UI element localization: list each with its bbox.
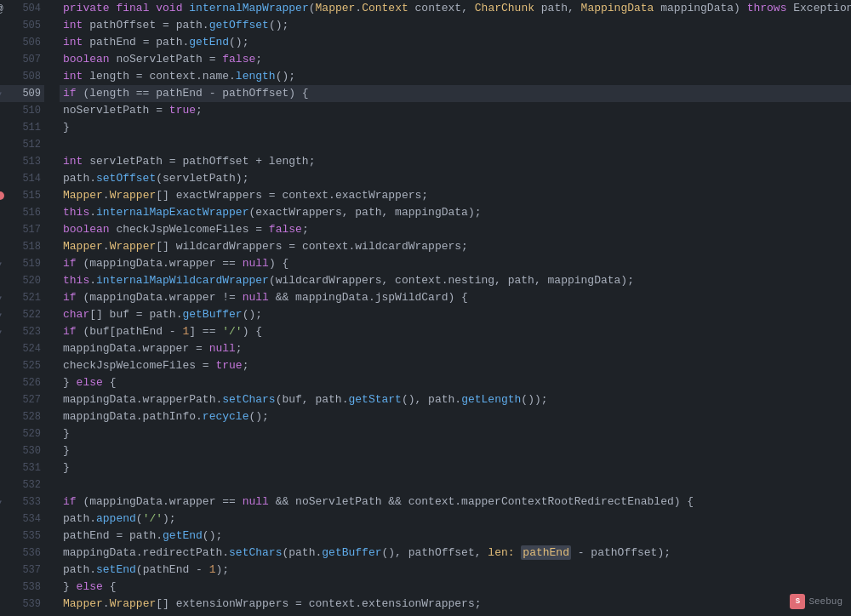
breakpoint-515[interactable]	[0, 187, 7, 204]
code-line-517: boolean checkJspWelcomeFiles = false;	[60, 221, 851, 238]
line-num-535: 535	[9, 528, 41, 545]
fold-519[interactable]: ▾	[0, 255, 7, 272]
fold-522[interactable]: ▾	[0, 306, 7, 323]
gutter-row-506: 506	[0, 34, 44, 51]
code-line-506: int pathEnd = path.getEnd();	[60, 34, 851, 51]
line-num-519: 519	[9, 255, 41, 272]
code-line-536: mappingData.redirectPath.setChars(path.g…	[60, 545, 851, 562]
gutter-row-533: ▾ 533	[0, 493, 44, 510]
line-num-539: 539	[9, 596, 41, 613]
icon-518	[0, 238, 7, 255]
icon-532	[0, 476, 7, 493]
icon-516	[0, 204, 7, 221]
line-num-530: 530	[9, 442, 41, 459]
code-line-518: Mapper.Wrapper[] wildcardWrappers = cont…	[60, 238, 851, 255]
fold-521[interactable]: ▾	[0, 289, 7, 306]
line-num-510: 510	[9, 102, 41, 119]
gutter-row-538: 538	[0, 579, 44, 596]
line-num-522: 522	[9, 306, 41, 323]
seebug-logo-icon: S	[790, 594, 805, 609]
fold-540[interactable]: ▾	[0, 613, 7, 616]
gutter-row-513: 513	[0, 153, 44, 170]
code-line-521: if (mappingData.wrapper != null && mappi…	[60, 289, 851, 306]
line-num-532: 532	[9, 476, 41, 493]
code-line-508: int length = context.name.length();	[60, 68, 851, 85]
gutter-row-526: 526	[0, 374, 44, 391]
gutter-row-534: 534	[0, 510, 44, 528]
code-line-505: int pathOffset = path.getOffset();	[60, 17, 851, 34]
line-num-511: 511	[9, 119, 41, 136]
bookmark-504[interactable]: @	[0, 0, 7, 17]
line-numbers: @ 504 505 506 507 508	[0, 0, 44, 616]
icon-507	[0, 51, 7, 68]
gutter-row-509: ▾ 509	[0, 85, 44, 102]
code-line-527: mappingData.wrapperPath.setChars(buf, pa…	[60, 391, 851, 408]
code-line-537: path.setEnd(pathEnd - 1);	[60, 562, 851, 579]
icon-528	[0, 408, 7, 425]
icon-527	[0, 391, 7, 408]
code-line-507: boolean noServletPath = false;	[60, 51, 851, 68]
line-num-540: 540	[9, 613, 41, 616]
line-num-508: 508	[9, 68, 41, 85]
seebug-label: Seebug	[808, 596, 842, 607]
icon-531	[0, 459, 7, 476]
code-line-533: if (mappingData.wrapper == null && noSer…	[60, 493, 851, 510]
gutter-row-520: 520	[0, 272, 44, 289]
line-num-529: 529	[9, 425, 41, 442]
icon-512	[0, 136, 7, 153]
gutter-row-515: 515	[0, 187, 44, 204]
line-num-509: 509	[9, 85, 41, 102]
code-line-539: Mapper.Wrapper[] extensionWrappers = con…	[60, 596, 851, 613]
gutter-row-516: 516	[0, 204, 44, 221]
fold-509[interactable]: ▾	[0, 85, 7, 102]
code-line-504: private final void internalMapWrapper(Ma…	[60, 0, 851, 17]
code-line-528: mappingData.pathInfo.recycle();	[60, 408, 851, 425]
icon-529	[0, 425, 7, 442]
code-line-514: path.setOffset(servletPath);	[60, 170, 851, 187]
gutter-row-527: 527	[0, 391, 44, 408]
gutter-row-507: 507	[0, 51, 44, 68]
code-line-538: } else {	[60, 579, 851, 596]
line-num-538: 538	[9, 579, 41, 596]
code-line-532	[60, 476, 851, 493]
line-num-527: 527	[9, 391, 41, 408]
gutter-row-530: 530	[0, 442, 44, 459]
gutter-row-505: 505	[0, 17, 44, 34]
icon-510	[0, 102, 7, 119]
line-num-518: 518	[9, 238, 41, 255]
icon-506	[0, 34, 7, 51]
code-line-509: if (length == pathEnd - pathOffset) {	[60, 85, 851, 102]
icon-511	[0, 119, 7, 136]
line-num-524: 524	[9, 340, 41, 357]
gutter-row-523: ▾ 523	[0, 323, 44, 340]
code-line-513: int servletPath = pathOffset + length;	[60, 153, 851, 170]
line-num-528: 528	[9, 408, 41, 425]
code-line-510: noServletPath = true;	[60, 102, 851, 119]
code-line-526: } else {	[60, 374, 851, 391]
fold-523[interactable]: ▾	[0, 323, 7, 340]
gutter-row-511: 511	[0, 119, 44, 136]
code-line-534: path.append('/');	[60, 510, 851, 528]
line-num-517: 517	[9, 221, 41, 238]
code-line-512	[60, 136, 851, 153]
line-num-531: 531	[9, 459, 41, 476]
icon-539	[0, 596, 7, 613]
gutter-row-519: ▾ 519	[0, 255, 44, 272]
icon-505	[0, 17, 7, 34]
line-num-512: 512	[9, 136, 41, 153]
gutter-row-535: 535	[0, 528, 44, 545]
code-editor: @ 504 505 506 507 508	[0, 0, 851, 616]
code-line-535: pathEnd = path.getEnd();	[60, 528, 851, 545]
code-line-522: char[] buf = path.getBuffer();	[60, 306, 851, 323]
line-num-521: 521	[9, 289, 41, 306]
line-num-505: 505	[9, 17, 41, 34]
gutter-row-504: @ 504	[0, 0, 44, 17]
gutter-row-518: 518	[0, 238, 44, 255]
icon-513	[0, 153, 7, 170]
line-num-515: 515	[9, 187, 41, 204]
icon-525	[0, 357, 7, 374]
code-content[interactable]: private final void internalMapWrapper(Ma…	[51, 0, 851, 616]
fold-533[interactable]: ▾	[0, 493, 7, 510]
line-num-526: 526	[9, 374, 41, 391]
gutter-row-536: 536	[0, 545, 44, 562]
